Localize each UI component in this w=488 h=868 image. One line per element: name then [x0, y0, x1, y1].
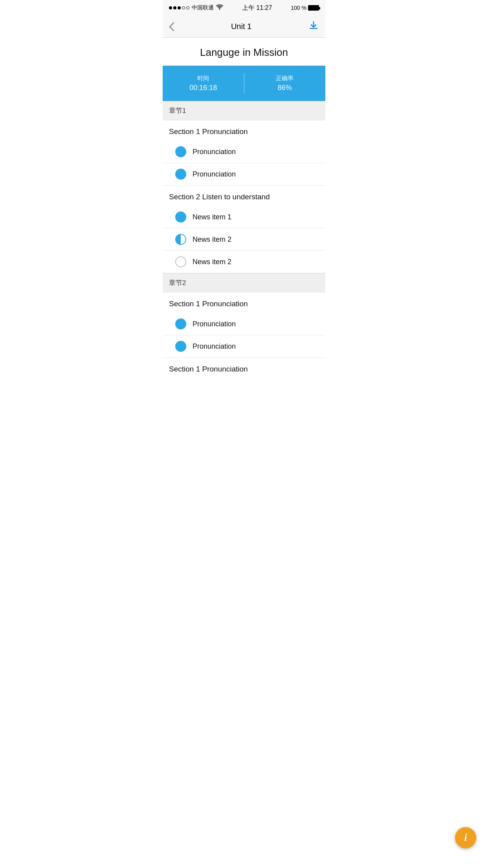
signal-dot-4 [182, 6, 185, 9]
download-button[interactable] [308, 20, 319, 33]
progress-icon-full [175, 318, 186, 329]
nav-title: Unit 1 [231, 22, 251, 31]
item-label: Pronunciation [193, 170, 236, 178]
section-2-title: Section 2 Listen to understand [163, 186, 325, 206]
status-right: 100 % [291, 5, 319, 11]
back-button[interactable] [169, 22, 174, 31]
time-value: 00:16:18 [189, 84, 217, 92]
list-item[interactable]: Pronunciation [163, 335, 325, 358]
status-left: 中国联通 [169, 4, 223, 11]
time-label: 时间 [197, 75, 209, 82]
signal-dot-1 [169, 6, 172, 9]
list-item[interactable]: Pronunciation [163, 313, 325, 335]
page-title: Languge in Mission [163, 38, 325, 66]
carrier-text: 中国联通 [192, 4, 214, 11]
progress-icon-full [175, 341, 186, 352]
item-label: News item 1 [193, 213, 231, 221]
battery-icon [308, 5, 319, 11]
wifi-icon [216, 4, 223, 11]
item-label: Pronunciation [193, 320, 236, 328]
item-label: News item 2 [193, 235, 231, 244]
signal-dot-5 [186, 6, 189, 9]
time-stat: 时间 00:16:18 [163, 75, 244, 92]
list-item[interactable]: News item 2 [163, 251, 325, 273]
item-label: Pronunciation [193, 342, 236, 351]
item-label: Pronunciation [193, 148, 236, 156]
progress-icon-half [175, 234, 186, 245]
ch2-section-1-title: Section 1 Pronunciation [163, 292, 325, 313]
progress-icon-empty [175, 256, 186, 267]
signal-dot-3 [178, 6, 181, 9]
chapter-2-header: 章节2 [163, 273, 325, 292]
list-item[interactable]: News item 1 [163, 206, 325, 228]
list-item[interactable]: Pronunciation [163, 141, 325, 163]
list-item[interactable]: News item 2 [163, 228, 325, 251]
nav-bar: Unit 1 [163, 16, 325, 38]
stats-banner: 时间 00:16:18 正确率 86% [163, 66, 325, 101]
accuracy-label: 正确率 [276, 75, 294, 82]
accuracy-value: 86% [278, 84, 292, 92]
progress-icon-full [175, 146, 186, 157]
status-bar: 中国联通 上午 11:27 100 % [163, 0, 325, 16]
svg-rect-0 [310, 28, 317, 29]
battery-percent: 100 % [291, 5, 306, 11]
ch2-section-2-title: Section 1 Pronunciation [163, 358, 325, 378]
progress-icon-full [175, 211, 186, 223]
signal-dot-2 [173, 6, 176, 9]
item-label: News item 2 [193, 258, 231, 266]
status-time: 上午 11:27 [242, 4, 272, 12]
signal-dots [169, 6, 189, 9]
list-item[interactable]: Pronunciation [163, 163, 325, 186]
chapter-1-header: 章节1 [163, 101, 325, 120]
progress-icon-full [175, 169, 186, 180]
accuracy-stat: 正确率 86% [244, 75, 326, 92]
section-1-title: Section 1 Pronunciation [163, 120, 325, 141]
